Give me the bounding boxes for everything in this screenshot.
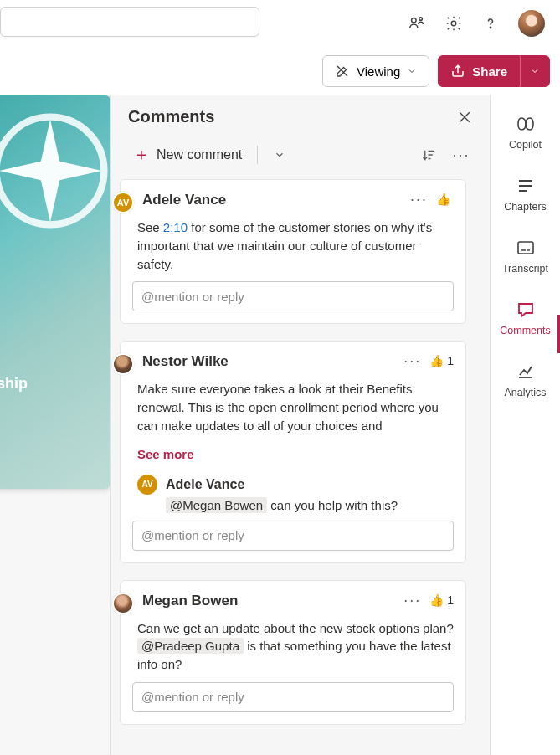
comment-more-button[interactable]: ··· [403,593,421,608]
help-icon[interactable] [481,14,500,33]
rail-chapters[interactable]: Chapters [491,172,560,216]
chevron-down-icon [530,66,540,76]
avatar: AV [137,475,157,495]
reply-body: @Megan Bowen can you help with this? [166,498,454,512]
svg-point-0 [412,18,417,23]
new-comment-dropdown[interactable] [268,143,291,167]
mention[interactable]: @Pradeep Gupta [137,638,244,654]
comment-author: Nestor Wilke [142,353,229,370]
reply-author: Adele Vance [166,477,244,492]
avatar [112,593,134,614]
right-rail: Copilot Chapters Transcript [490,95,560,755]
like-button[interactable]: 👍 1 [429,354,454,367]
chevron-down-icon [274,149,285,161]
reply-input[interactable] [132,281,454,311]
rail-label: Comments [500,325,550,336]
reply: AV Adele Vance @Megan Bowen can you help… [137,475,454,512]
like-count: 1 [447,354,454,367]
share-button[interactable]: Share [438,55,520,87]
comment-body: See 2:10 for some of the customer storie… [137,218,454,273]
rail-label: Chapters [504,201,547,213]
slide-title: dership A [0,374,104,413]
thumbs-up-icon: 👍 [429,593,444,607]
comments-panel: Comments ＋ New comment ··· [110,95,490,755]
thumbs-up-icon: 👍 [429,354,444,367]
reply-input[interactable] [132,521,454,551]
comment-card: AV Adele Vance ··· 👍 See 2:10 for some o… [120,179,466,324]
comment-more-button[interactable]: ··· [403,353,421,368]
new-comment-label: New comment [157,147,242,162]
svg-point-2 [451,21,456,26]
user-avatar[interactable] [518,10,545,37]
panel-title: Comments [128,107,456,126]
see-more-link[interactable]: See more [137,447,194,461]
rail-label: Analytics [504,387,546,398]
compass-star-icon [0,112,109,229]
meet-now-icon[interactable] [408,14,426,33]
comment-more-button[interactable]: ··· [410,192,428,207]
dots-icon: ··· [452,147,470,162]
rail-copilot[interactable]: Copilot [491,110,560,154]
svg-rect-6 [518,242,533,254]
viewing-button[interactable]: Viewing [322,55,429,87]
slide-thumbnail[interactable]: dership A [0,95,110,489]
pencil-slash-icon [335,64,350,79]
rail-analytics[interactable]: Analytics [491,358,560,402]
timestamp-link[interactable]: 2:10 [163,220,188,234]
rail-comments[interactable]: Comments [491,296,560,340]
comment-body: Make sure everyone takes a look at their… [137,380,454,434]
like-button[interactable]: 👍 [436,193,454,206]
share-dropdown-button[interactable] [520,55,550,87]
close-panel-button[interactable] [456,109,473,126]
new-comment-button[interactable]: ＋ New comment [128,140,247,169]
sort-button[interactable] [418,143,441,167]
mention[interactable]: @Megan Bowen [166,497,267,513]
comment-card: Nestor Wilke ··· 👍 1 Make sure everyone … [120,341,466,562]
rail-label: Transcript [502,263,548,275]
transcript-icon [516,238,536,258]
viewing-label: Viewing [357,64,400,79]
share-icon [450,64,465,79]
close-icon [456,109,473,126]
like-button[interactable]: 👍 1 [429,593,454,607]
chapters-icon [516,176,536,196]
thumbs-up-icon: 👍 [436,193,450,206]
settings-icon[interactable] [444,14,463,33]
rail-label: Copilot [509,139,542,151]
avatar: AV [112,192,134,213]
copilot-icon [516,114,536,134]
svg-point-3 [490,27,491,28]
comment-author: Adele Vance [142,192,226,208]
reply-input[interactable] [132,682,454,712]
chevron-down-icon [407,66,417,76]
sort-icon [422,147,437,162]
like-count: 1 [447,593,454,607]
comment-card: Megan Bowen ··· 👍 1 Can we get an update… [120,580,466,725]
avatar [112,353,134,375]
slide-thumbnail-strip: dership A [0,95,110,755]
search-input[interactable] [0,7,259,37]
more-options-button[interactable]: ··· [450,143,473,167]
plus-icon: ＋ [133,143,150,166]
comments-icon [516,300,536,320]
rail-transcript[interactable]: Transcript [491,234,560,278]
comment-body: Can we get an update about the new stock… [137,619,454,674]
share-label: Share [472,64,507,79]
comment-author: Megan Bowen [142,593,238,609]
svg-point-1 [419,18,423,21]
divider [257,146,258,164]
analytics-icon [516,362,536,382]
